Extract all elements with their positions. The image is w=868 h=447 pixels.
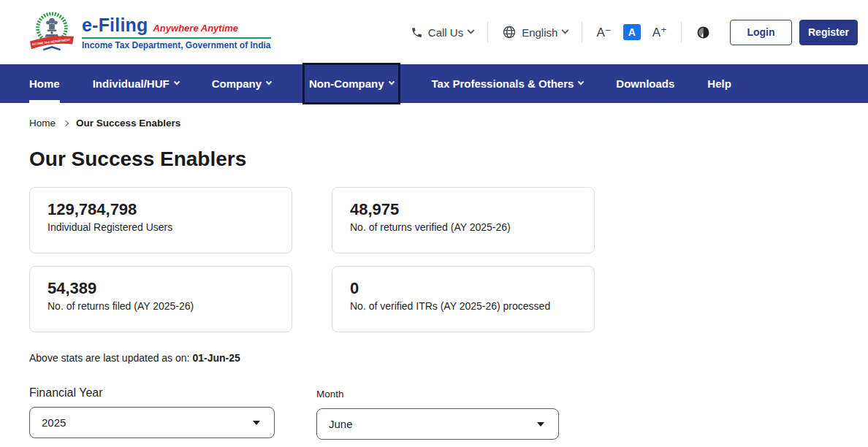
financial-year-select[interactable]: 2025 — [29, 407, 275, 438]
nav-item-individual-huf[interactable]: Individual/HUF — [93, 64, 179, 103]
nav-item-tax-professionals[interactable]: Tax Professionals & Others — [432, 64, 584, 103]
register-button[interactable]: Register — [799, 20, 858, 45]
stat-card-registered-users: 129,784,798 Individual Registered Users — [29, 187, 292, 253]
contrast-toggle-icon[interactable] — [696, 25, 711, 40]
nav-label: Help — [707, 77, 731, 90]
stat-label: No. of verified ITRs (AY 2025-26) proces… — [350, 300, 576, 312]
updated-prefix: Above stats are last updated as on: — [29, 352, 189, 364]
stat-label: Individual Registered Users — [47, 221, 274, 233]
font-increase-button[interactable]: A⁺ — [652, 25, 667, 40]
divider — [681, 21, 682, 43]
page-title: Our Success Enablers — [29, 148, 868, 171]
filters-row: Financial Year 2025 Month June — [29, 386, 868, 440]
chevron-right-icon — [63, 121, 69, 126]
nav-label: Home — [29, 77, 60, 90]
chevron-down-icon — [578, 78, 584, 84]
income-tax-emblem-icon: INCOME TAX DEPARTMENT — [29, 9, 75, 56]
stat-value: 54,389 — [47, 279, 274, 298]
stat-label: No. of returns filed (AY 2025-26) — [47, 300, 274, 312]
financial-year-value: 2025 — [42, 416, 66, 429]
nav-item-non-company[interactable]: Non-Company — [304, 64, 399, 103]
month-select[interactable]: June — [316, 408, 559, 440]
call-us-menu[interactable]: Call Us — [411, 26, 473, 39]
dropdown-arrow-icon — [253, 421, 260, 425]
phone-icon — [411, 26, 423, 39]
language-label: English — [522, 26, 557, 39]
chevron-down-icon — [468, 26, 475, 34]
header: INCOME TAX DEPARTMENT e-Filing Anywhere … — [0, 0, 868, 64]
font-default-button[interactable]: A — [623, 24, 641, 40]
stat-card-returns-verified: 48,975 No. of returns verified (AY 2025-… — [332, 187, 595, 253]
language-menu[interactable]: English — [502, 25, 568, 39]
stat-card-returns-filed: 54,389 No. of returns filed (AY 2025-26) — [29, 266, 292, 332]
breadcrumb-current: Our Success Enablers — [76, 118, 180, 129]
login-button[interactable]: Login — [730, 20, 792, 45]
efiling-logo[interactable]: INCOME TAX DEPARTMENT e-Filing Anywhere … — [29, 9, 271, 56]
breadcrumb-home-link[interactable]: Home — [29, 118, 56, 129]
stat-value: 0 — [350, 279, 576, 298]
nav-label: Non-Company — [309, 77, 384, 90]
stat-value: 129,784,798 — [47, 200, 274, 219]
stat-label: No. of returns verified (AY 2025-26) — [350, 221, 576, 233]
nav-item-downloads[interactable]: Downloads — [616, 64, 674, 103]
brand-name: e-Filing — [82, 15, 148, 36]
stat-value: 48,975 — [350, 200, 576, 219]
divider — [582, 21, 582, 43]
nav-item-company[interactable]: Company — [212, 64, 271, 103]
stats-grid: 129,784,798 Individual Registered Users … — [29, 187, 868, 332]
stat-card-itrs-processed: 0 No. of verified ITRs (AY 2025-26) proc… — [332, 266, 595, 332]
font-size-controls: A⁻ A A⁺ — [596, 24, 667, 40]
chevron-down-icon — [266, 78, 272, 84]
chevron-down-icon — [173, 78, 179, 84]
brand-tagline: Anywhere Anytime — [153, 23, 238, 34]
nav-label: Downloads — [616, 77, 674, 90]
brand-department: Income Tax Department, Government of Ind… — [82, 37, 271, 50]
updated-date: 01-Jun-25 — [192, 352, 240, 364]
nav-label: Company — [212, 77, 262, 90]
chevron-down-icon — [562, 26, 569, 34]
logo-text: e-Filing Anywhere Anytime Income Tax Dep… — [82, 15, 271, 50]
nav-item-help[interactable]: Help — [707, 64, 731, 103]
font-decrease-button[interactable]: A⁻ — [596, 25, 611, 40]
month-filter: Month June — [316, 386, 559, 440]
nav-label: Individual/HUF — [93, 77, 170, 90]
month-value: June — [329, 418, 353, 430]
financial-year-label: Financial Year — [29, 386, 275, 400]
header-actions: Call Us English A⁻ A A⁺ — [411, 20, 858, 45]
nav-label: Tax Professionals & Others — [432, 77, 574, 90]
chevron-down-icon — [388, 78, 394, 84]
stats-updated-note: Above stats are last updated as on:01-Ju… — [29, 352, 868, 364]
globe-icon — [502, 25, 517, 39]
main-navigation: Home Individual/HUF Company Non-Company … — [0, 64, 868, 103]
divider — [487, 21, 488, 43]
nav-item-home[interactable]: Home — [29, 64, 60, 103]
call-us-label: Call Us — [428, 26, 463, 39]
dropdown-arrow-icon — [537, 422, 544, 427]
breadcrumb: Home Our Success Enablers — [0, 103, 868, 129]
month-label: Month — [316, 389, 559, 400]
financial-year-filter: Financial Year 2025 — [29, 386, 275, 440]
